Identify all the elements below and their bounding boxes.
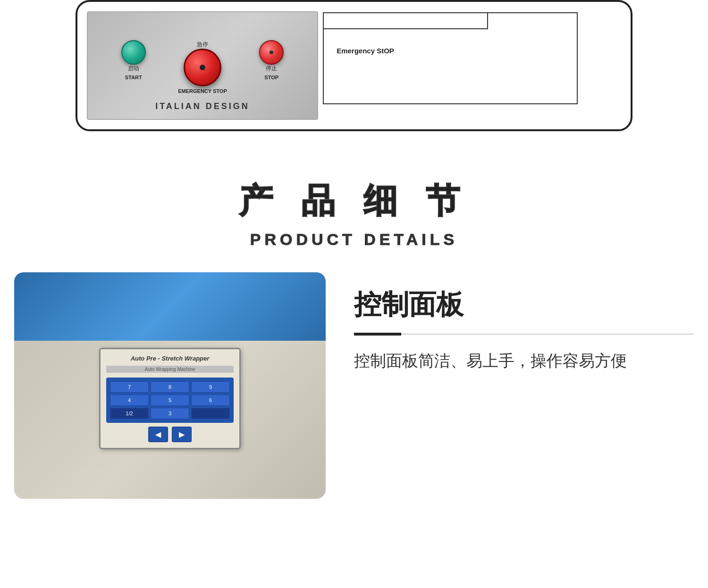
- panel-info-description: 控制面板简洁、易上手，操作容易方便: [354, 349, 694, 373]
- info-divider: [354, 333, 694, 336]
- stop-button-group: 停止 STOP: [259, 40, 284, 80]
- bottom-section: Auto Pre - Stretch Wrapper Auto Wrapping…: [0, 272, 708, 499]
- key-7: 7: [110, 381, 149, 393]
- emergency-label-en: EMERGENCY STOP: [178, 88, 227, 94]
- annotations-area: Emergency StOP: [323, 11, 621, 120]
- italian-design-label: ITALIAN DESIGN: [155, 101, 250, 111]
- key-5: 5: [151, 395, 189, 406]
- emergency-stop-button: [184, 49, 221, 86]
- stop-button: [259, 40, 284, 65]
- stop-label-cn: 停止: [266, 65, 277, 73]
- key-4: 4: [110, 395, 149, 406]
- product-details-section: 产 品 细 节 PRODUCT DETAILS: [0, 150, 708, 272]
- key-empty: [191, 408, 230, 419]
- nav-right-btn: ▶: [172, 427, 192, 442]
- start-label-en: START: [125, 75, 142, 80]
- cabinet-blue-top: [14, 272, 326, 341]
- machine-subtitle: Auto Wrapping Machine: [106, 366, 234, 373]
- top-section: 启动 START 急停 EMERGENCY STOP 停止: [0, 0, 708, 150]
- section-title-chinese: 产 品 细 节: [0, 178, 708, 224]
- emergency-label-cn: 急停: [197, 41, 208, 49]
- panel-info-title: 控制面板: [354, 286, 694, 323]
- annotation-box-main: [323, 12, 578, 104]
- control-panel-inner: 启动 START 急停 EMERGENCY STOP 停止: [87, 11, 621, 120]
- key-6: 6: [191, 395, 230, 406]
- panel-photo: Auto Pre - Stretch Wrapper Auto Wrapping…: [14, 272, 326, 499]
- nav-left-btn: ◀: [148, 427, 168, 442]
- key-9: 9: [191, 381, 230, 393]
- emergency-stop-group: 急停 EMERGENCY STOP: [178, 41, 227, 94]
- control-unit: Auto Pre - Stretch Wrapper Auto Wrapping…: [99, 348, 241, 449]
- key-half: 1/2: [110, 408, 149, 419]
- nav-row: ◀ ▶: [106, 427, 234, 442]
- start-button: [121, 40, 146, 65]
- control-panel-container: 启动 START 急停 EMERGENCY STOP 停止: [76, 0, 632, 131]
- key-8: 8: [151, 381, 189, 393]
- key-3: 3: [151, 408, 189, 419]
- start-button-group: 启动 START: [121, 40, 146, 80]
- machine-title: Auto Pre - Stretch Wrapper: [106, 355, 234, 362]
- divider-black: [354, 333, 401, 336]
- emergency-stop-annotation: Emergency StOP: [318, 47, 413, 55]
- panel-info: 控制面板 控制面板简洁、易上手，操作容易方便: [354, 272, 694, 373]
- buttons-row: 启动 START 急停 EMERGENCY STOP 停止: [105, 26, 300, 94]
- section-title-english: PRODUCT DETAILS: [0, 230, 708, 249]
- keypad: 7 8 9 4 5 6 1/2 3: [106, 378, 234, 423]
- divider-gray: [401, 334, 694, 335]
- stop-label-en: STOP: [264, 75, 278, 80]
- start-label-cn: 启动: [128, 65, 139, 73]
- panel-image: 启动 START 急停 EMERGENCY STOP 停止: [87, 11, 318, 120]
